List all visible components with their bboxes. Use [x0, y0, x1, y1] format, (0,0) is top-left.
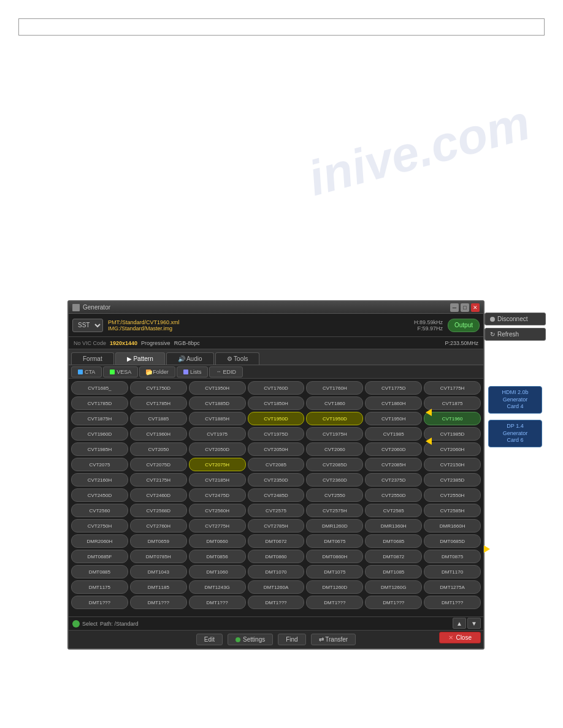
grid-button-cvt1985h[interactable]: CVT1985H	[71, 442, 128, 456]
grid-button-dmr1360h[interactable]: DMR1360H	[365, 519, 422, 533]
maximize-button[interactable]: □	[461, 303, 469, 312]
grid-button-cvt1985[interactable]: CVT1985	[365, 427, 422, 441]
grid-button-dmt0860h[interactable]: DMT0860H	[306, 550, 363, 563]
nav-down-button[interactable]: ▼	[467, 618, 481, 629]
grid-button-cvt2575[interactable]: CVT2575	[248, 504, 305, 517]
grid-button-cvt1760h[interactable]: CVT1760H	[306, 381, 363, 395]
disconnect-button[interactable]: Disconnect	[484, 313, 546, 325]
nav-up-button[interactable]: ▲	[453, 618, 466, 629]
grid-button-cvt2060h[interactable]: CVT2060H	[424, 442, 481, 456]
grid-button-cvt1885h[interactable]: CVT1885H	[189, 412, 246, 425]
grid-button-cvt2160h[interactable]: CVT2160H	[71, 473, 128, 487]
grid-button-dmt1170[interactable]: DMT1170	[424, 565, 481, 578]
grid-button-dmt1070[interactable]: DMT1070	[248, 565, 305, 578]
grid-button-dmt1???[interactable]: DMT1???	[71, 596, 128, 609]
grid-button-cvt2560[interactable]: CVT2560	[71, 504, 128, 517]
close-button[interactable]: ✕ Close	[439, 632, 481, 643]
grid-button-dmt0875[interactable]: DMT0875	[424, 550, 481, 563]
grid-button-cvt2060[interactable]: CVT2060	[306, 442, 363, 456]
grid-button-dmt1260g[interactable]: DMT1260G	[365, 580, 422, 594]
grid-button-cvt1860h[interactable]: CVT1860H	[365, 396, 422, 410]
grid-button-cvt1950h[interactable]: CVT1950H	[365, 412, 422, 425]
grid-button-dmt0672[interactable]: DMT0672	[248, 534, 305, 548]
grid-button-dmt1???[interactable]: DMT1???	[130, 596, 187, 609]
grid-button-dmt1???[interactable]: DMT1???	[306, 596, 363, 609]
grid-button-dmt1275a[interactable]: DMT1275A	[424, 580, 481, 594]
grid-button-dmt0659[interactable]: DMT0659	[130, 534, 187, 548]
grid-button-cvt2085[interactable]: CVT2085	[248, 458, 305, 471]
grid-button-cvt1975h[interactable]: CVT1975H	[306, 427, 363, 441]
grid-button-cvt1975d[interactable]: CVT1975D	[248, 427, 305, 441]
output-button[interactable]: Output	[448, 319, 480, 332]
grid-button-cvt2560h[interactable]: CVT2560H	[189, 504, 246, 517]
grid-button-cvt2775h[interactable]: CVT2775H	[189, 519, 246, 533]
grid-button-cvt2050[interactable]: CVT2050	[130, 442, 187, 456]
grid-button-dmt1???[interactable]: DMT1???	[189, 596, 246, 609]
tab-pattern[interactable]: ▶ Pattern	[115, 352, 165, 365]
grid-button-dmt0872[interactable]: DMT0872	[365, 550, 422, 563]
grid-button-dmt1260a[interactable]: DMT1260A	[248, 580, 305, 594]
grid-button-cvt2175h[interactable]: CVT2175H	[130, 473, 187, 487]
grid-button-dmt1260d[interactable]: DMT1260D	[306, 580, 363, 594]
grid-button-dmt1043[interactable]: DMT1043	[130, 565, 187, 578]
grid-button-dmr1660h[interactable]: DMR1660H	[424, 519, 481, 533]
grid-button-cvt1885[interactable]: CVT1885	[130, 412, 187, 425]
grid-button-cvt2585h[interactable]: CVT2585H	[424, 504, 481, 517]
grid-button-cvt1850h[interactable]: CVT1850H	[248, 396, 305, 410]
grid-button-dmt0675[interactable]: DMT0675	[306, 534, 363, 548]
grid-button-cvt2085d[interactable]: CVT2085D	[306, 458, 363, 471]
grid-button-cvt2550d[interactable]: CVT2550D	[365, 488, 422, 502]
grid-button-cvt2050d[interactable]: CVT2050D	[189, 442, 246, 456]
grid-button-cvt2750h[interactable]: CVT2750H	[71, 519, 128, 533]
grid-button-dmt1075[interactable]: DMT1075	[306, 565, 363, 578]
grid-button-dmt0785h[interactable]: DMT0785H	[130, 550, 187, 563]
transfer-button[interactable]: ⇄ Transfer	[311, 634, 356, 645]
grid-button-dmt0856[interactable]: DMT0856	[189, 550, 246, 563]
tab-audio[interactable]: 🔊 Audio	[166, 352, 214, 365]
find-button[interactable]: Find	[278, 634, 305, 645]
grid-button-cvt2360d[interactable]: CVT2360D	[306, 473, 363, 487]
grid-button-dmt0860[interactable]: DMT0860	[248, 550, 305, 563]
grid-button-cvt1985d[interactable]: CVT1985D	[424, 427, 481, 441]
grid-button-dmt1085[interactable]: DMT1085	[365, 565, 422, 578]
tab-format[interactable]: Format	[71, 352, 114, 365]
grid-button-cvt2060d[interactable]: CVT2060D	[365, 442, 422, 456]
grid-button-cvt2475d[interactable]: CVT2475D	[189, 488, 246, 502]
grid-button-cvt2485d[interactable]: CVT2485D	[248, 488, 305, 502]
grid-button-cvt2550[interactable]: CVT2550	[306, 488, 363, 502]
grid-button-cvt1875[interactable]: CVT1875	[424, 396, 481, 410]
grid-button-cvt2050h[interactable]: CVT2050H	[248, 442, 305, 456]
grid-button-dmt0885[interactable]: DMT0885	[71, 565, 128, 578]
grid-button-cvt2085h[interactable]: CVT2085H	[365, 458, 422, 471]
grid-button-dmt1???[interactable]: DMT1???	[365, 596, 422, 609]
grid-area[interactable]: CVT1685_CVT1750DCVT1950HCVT1760DCVT1760H…	[69, 379, 483, 616]
grid-button-cvt1975[interactable]: CVT1975	[189, 427, 246, 441]
grid-button-dmt1060[interactable]: DMT1060	[189, 565, 246, 578]
grid-button-cvt1950d[interactable]: CVT1950D	[306, 412, 363, 425]
grid-button-cvt2075d[interactable]: CVT2075D	[130, 458, 187, 471]
grid-button-cvt1775d[interactable]: CVT1775D	[365, 381, 422, 395]
grid-button-dmt1185[interactable]: DMT1185	[130, 580, 187, 594]
grid-button-cvt1750d[interactable]: CVT1750D	[130, 381, 187, 395]
grid-button-cvt1760d[interactable]: CVT1760D	[248, 381, 305, 395]
grid-button-cvt2585[interactable]: CVT2585	[365, 504, 422, 517]
grid-button-cvt2185h[interactable]: CVT2185H	[189, 473, 246, 487]
grid-button-cvt1685_[interactable]: CVT1685_	[71, 381, 128, 395]
grid-button-cvt1960d[interactable]: CVT1960D	[71, 427, 128, 441]
grid-button-cvt1785h[interactable]: CVT1785H	[130, 396, 187, 410]
tab-tools[interactable]: ⚙ Tools	[215, 352, 260, 365]
grid-button-cvt2785h[interactable]: CVT2785H	[248, 519, 305, 533]
grid-button-dmt0685f[interactable]: DMT0685F	[71, 550, 128, 563]
grid-button-cvt1860[interactable]: CVT1860	[306, 396, 363, 410]
window-close-button[interactable]: ✕	[471, 303, 480, 312]
grid-button-cvt1960h[interactable]: CVT1960H	[130, 427, 187, 441]
minimize-button[interactable]: ─	[450, 303, 459, 312]
grid-button-cvt2460d[interactable]: CVT2460D	[130, 488, 187, 502]
grid-button-dmr2060h[interactable]: DMR2060H	[71, 534, 128, 548]
grid-button-dmr1260d[interactable]: DMR1260D	[306, 519, 363, 533]
grid-button-dmt0685d[interactable]: DMT0685D	[424, 534, 481, 548]
grid-button-dmt1???[interactable]: DMT1???	[248, 596, 305, 609]
grid-button-cvt2150h[interactable]: CVT2150H	[424, 458, 481, 471]
subtab-edid[interactable]: ↔ EDID	[209, 366, 243, 377]
grid-button-cvt1775h[interactable]: CVT1775H	[424, 381, 481, 395]
